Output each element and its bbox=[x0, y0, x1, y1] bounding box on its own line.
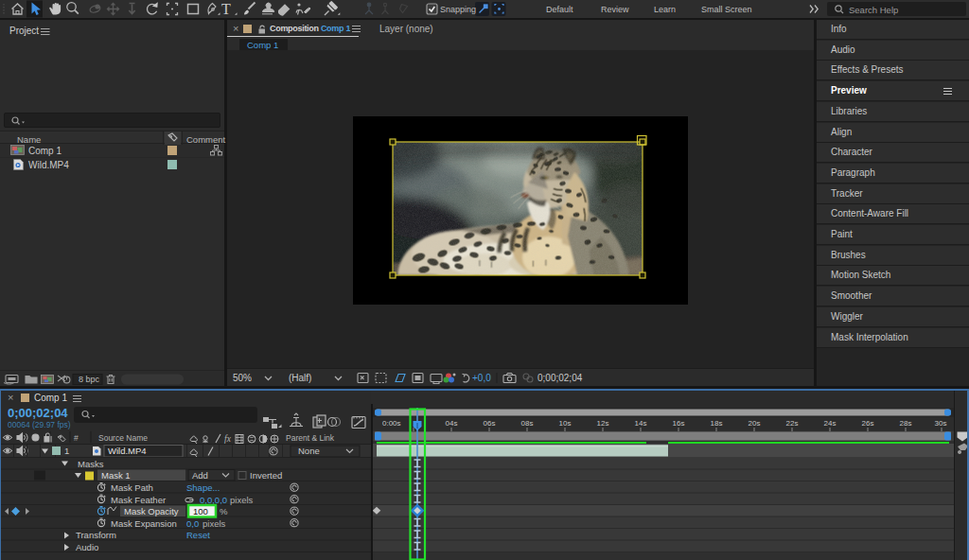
svg-text:1: 1 bbox=[64, 446, 69, 456]
svg-text:0,0: 0,0 bbox=[186, 518, 199, 529]
svg-text:pixels: pixels bbox=[230, 495, 254, 505]
svg-text:12s: 12s bbox=[597, 419, 609, 428]
svg-text:Mask Expansion: Mask Expansion bbox=[111, 518, 177, 529]
svg-text:Source Name: Source Name bbox=[98, 433, 148, 443]
svg-text:Mask Feather: Mask Feather bbox=[111, 495, 166, 505]
svg-text:(Half): (Half) bbox=[289, 373, 311, 383]
svg-text:pixels: pixels bbox=[203, 518, 226, 529]
svg-text:18s: 18s bbox=[711, 419, 723, 428]
svg-text:%: % bbox=[220, 506, 228, 516]
svg-text:Masks: Masks bbox=[78, 459, 104, 469]
svg-text:0;00;02;04: 0;00;02;04 bbox=[537, 373, 583, 383]
svg-text:06s: 06s bbox=[484, 419, 496, 428]
svg-text:Inverted: Inverted bbox=[250, 470, 282, 481]
svg-text:T: T bbox=[221, 1, 231, 17]
svg-text:Mask Path: Mask Path bbox=[111, 482, 153, 493]
svg-text:Audio: Audio bbox=[76, 542, 98, 552]
svg-text:0,0,0,0: 0,0,0,0 bbox=[200, 495, 227, 505]
svg-text:04s: 04s bbox=[446, 419, 458, 428]
svg-text:30s: 30s bbox=[935, 419, 947, 428]
svg-text:Reset: Reset bbox=[186, 530, 210, 540]
svg-text:Mask Opacity: Mask Opacity bbox=[124, 506, 179, 516]
svg-text:Add: Add bbox=[192, 470, 208, 481]
svg-text:Transform: Transform bbox=[76, 530, 116, 540]
svg-text:28s: 28s bbox=[900, 419, 912, 428]
svg-text:22s: 22s bbox=[786, 419, 799, 428]
svg-text:8 bpc: 8 bpc bbox=[79, 375, 100, 384]
svg-text:26s: 26s bbox=[862, 419, 874, 428]
svg-text:+0,0: +0,0 bbox=[472, 373, 491, 383]
svg-text:0:00s: 0:00s bbox=[382, 419, 401, 428]
svg-text:10s: 10s bbox=[559, 419, 572, 428]
svg-text:16s: 16s bbox=[673, 419, 685, 428]
svg-text:24s: 24s bbox=[824, 419, 837, 428]
svg-text:None: None bbox=[298, 446, 320, 456]
svg-text:50%: 50% bbox=[233, 373, 252, 383]
svg-text:20s: 20s bbox=[749, 419, 761, 428]
svg-text:Parent & Link: Parent & Link bbox=[286, 433, 335, 443]
svg-text:fx: fx bbox=[224, 434, 232, 444]
svg-text:#: # bbox=[74, 433, 79, 443]
svg-text:Shape...: Shape... bbox=[186, 482, 220, 493]
svg-text:Mask 1: Mask 1 bbox=[101, 470, 131, 481]
svg-text:08s: 08s bbox=[521, 419, 534, 428]
svg-text:14s: 14s bbox=[635, 419, 647, 428]
svg-text:Wild.MP4: Wild.MP4 bbox=[108, 446, 147, 456]
svg-text:100: 100 bbox=[193, 506, 208, 516]
